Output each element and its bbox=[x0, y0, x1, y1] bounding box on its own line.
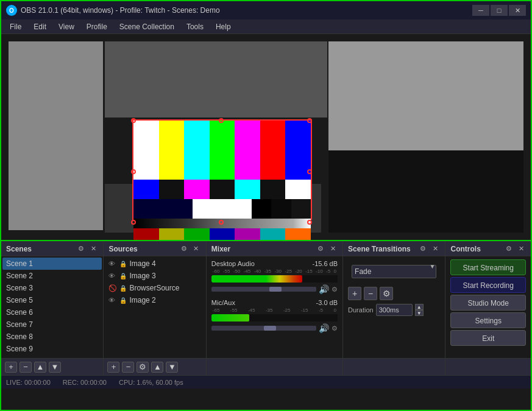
cs-red bbox=[133, 228, 159, 240]
source-lock-icon-2[interactable]: 🔒 bbox=[119, 285, 127, 292]
source-item-1[interactable]: 👁🔒Image 3 bbox=[105, 270, 204, 282]
transition-settings-button[interactable]: ⚙ bbox=[380, 287, 393, 300]
mixer-desktop-scale: -60-55-50-45-40-35-30-25-20-15-10-50 bbox=[211, 269, 338, 274]
mixer-config-icon[interactable]: ⚙ bbox=[316, 244, 325, 254]
cs-orange bbox=[285, 228, 311, 240]
duration-input[interactable] bbox=[376, 304, 413, 316]
scene-item-3[interactable]: Scene 5 bbox=[2, 294, 102, 306]
scenes-add-button[interactable]: + bbox=[5, 362, 17, 373]
sources-settings-button[interactable]: ⚙ bbox=[137, 362, 149, 373]
settings-button[interactable]: Settings bbox=[450, 312, 526, 328]
scenes-move-up-button[interactable]: ▲ bbox=[34, 362, 46, 373]
mixer-close-icon[interactable]: ✕ bbox=[328, 244, 338, 254]
preview-area bbox=[1, 34, 531, 241]
controls-config-icon[interactable]: ⚙ bbox=[504, 244, 514, 254]
mixer-desktop-bar bbox=[211, 275, 338, 283]
sources-panel-header: Sources ⚙ ✕ bbox=[104, 242, 205, 256]
handle-br[interactable] bbox=[307, 220, 312, 225]
sources-add-button[interactable]: + bbox=[107, 362, 119, 373]
scenes-config-icon[interactable]: ⚙ bbox=[76, 244, 86, 254]
scene-item-7[interactable]: Scene 9 bbox=[2, 343, 102, 355]
start-streaming-button[interactable]: Start Streaming bbox=[450, 259, 526, 275]
source-visibility-icon-0[interactable]: 👁 bbox=[108, 260, 117, 267]
menu-view[interactable]: View bbox=[52, 21, 80, 32]
mixer-mic-label: Mic/Aux -3.0 dB bbox=[211, 299, 338, 306]
sources-move-up-button[interactable]: ▲ bbox=[151, 362, 163, 373]
maximize-button[interactable]: □ bbox=[491, 5, 508, 16]
mixer-mic-settings[interactable]: ⚙ bbox=[332, 325, 338, 332]
color-bars[interactable] bbox=[132, 119, 312, 220]
studio-mode-button[interactable]: Studio Mode bbox=[450, 295, 526, 311]
source-visibility-icon-3[interactable]: 👁 bbox=[108, 297, 117, 304]
mixer-desktop-settings[interactable]: ⚙ bbox=[332, 286, 338, 293]
exit-button[interactable]: Exit bbox=[450, 330, 526, 346]
minimize-button[interactable]: ─ bbox=[472, 5, 489, 16]
window-title: OBS 21.0.1 (64bit, windows) - Profile: T… bbox=[21, 6, 472, 15]
transitions-config-icon[interactable]: ⚙ bbox=[418, 244, 428, 254]
mixer-mic-fader[interactable] bbox=[211, 326, 316, 331]
sources-remove-button[interactable]: − bbox=[122, 362, 134, 373]
sources-move-down-button[interactable]: ▼ bbox=[166, 362, 178, 373]
transition-add-button[interactable]: + bbox=[348, 287, 361, 300]
transition-remove-button[interactable]: − bbox=[364, 287, 377, 300]
mixer-mic-mute[interactable]: 🔊 bbox=[319, 323, 329, 333]
start-recording-button[interactable]: Start Recording bbox=[450, 277, 526, 293]
transitions-panel-icons: ⚙ ✕ bbox=[418, 244, 440, 254]
close-button[interactable]: ✕ bbox=[509, 5, 526, 16]
source-label-2: BrowserSource bbox=[129, 284, 179, 292]
mixer-mic-level bbox=[211, 314, 249, 321]
menu-scene-collection[interactable]: Scene Collection bbox=[113, 21, 180, 32]
source-visibility-icon-2[interactable]: 🚫 bbox=[108, 284, 117, 292]
handle-mr[interactable] bbox=[307, 169, 312, 174]
scene-item-4[interactable]: Scene 6 bbox=[2, 306, 102, 318]
scene-item-5[interactable]: Scene 7 bbox=[2, 318, 102, 331]
scene-item-2[interactable]: Scene 3 bbox=[2, 282, 102, 294]
sources-config-icon[interactable]: ⚙ bbox=[179, 244, 189, 254]
cb3-nearblack2 bbox=[291, 199, 311, 219]
source-item-0[interactable]: 👁🔒Image 4 bbox=[105, 258, 204, 270]
handle-bl[interactable] bbox=[131, 220, 136, 225]
handle-tl[interactable] bbox=[131, 118, 136, 123]
controls-close-icon[interactable]: ✕ bbox=[516, 244, 526, 254]
menu-tools[interactable]: Tools bbox=[180, 21, 210, 32]
mixer-mic-thumb[interactable] bbox=[264, 326, 276, 331]
transition-type-select[interactable]: Cut Fade Swipe Slide Stinger Fade to Col… bbox=[352, 265, 436, 278]
menu-profile[interactable]: Profile bbox=[80, 21, 113, 32]
scene-item-0[interactable]: Scene 1 bbox=[2, 258, 102, 270]
menu-edit[interactable]: Edit bbox=[27, 21, 52, 32]
cb2-dark3 bbox=[260, 180, 286, 199]
cb2-cyan bbox=[235, 180, 260, 199]
transitions-panel: Scene Transitions ⚙ ✕ Cut Fade Swipe Sli… bbox=[343, 242, 445, 375]
transitions-close-icon[interactable]: ✕ bbox=[430, 244, 440, 254]
source-visibility-icon-1[interactable]: 👁 bbox=[108, 272, 117, 279]
cb-magenta bbox=[235, 121, 260, 180]
menu-help[interactable]: Help bbox=[210, 21, 237, 32]
scenes-move-down-button[interactable]: ▼ bbox=[49, 362, 61, 373]
mixer-desktop-mute[interactable]: 🔊 bbox=[319, 284, 329, 294]
source-item-2[interactable]: 🚫🔒BrowserSource bbox=[105, 282, 204, 294]
scene-item-6[interactable]: Scene 8 bbox=[2, 331, 102, 343]
cs-purple bbox=[235, 228, 260, 240]
source-item-3[interactable]: 👁🔒Image 2 bbox=[105, 294, 204, 306]
duration-down-button[interactable]: ▼ bbox=[415, 310, 424, 316]
duration-up-button[interactable]: ▲ bbox=[415, 304, 424, 310]
mixer-desktop-fader[interactable] bbox=[211, 287, 316, 292]
handle-tr[interactable] bbox=[307, 118, 312, 123]
menu-file[interactable]: File bbox=[4, 21, 27, 32]
panels-container: Scenes ⚙ ✕ Scene 1Scene 2Scene 3Scene 5S… bbox=[1, 241, 531, 375]
source-lock-icon-0[interactable]: 🔒 bbox=[119, 261, 127, 267]
handle-bm[interactable] bbox=[219, 220, 224, 225]
scenes-remove-button[interactable]: − bbox=[20, 362, 32, 373]
handle-tm[interactable] bbox=[219, 118, 224, 123]
source-lock-icon-1[interactable]: 🔒 bbox=[119, 273, 127, 279]
handle-ml[interactable] bbox=[131, 169, 136, 174]
mixer-panel-icons: ⚙ ✕ bbox=[316, 244, 338, 254]
mixer-desktop-thumb[interactable] bbox=[269, 287, 282, 292]
cb-white bbox=[133, 121, 159, 180]
scenes-close-icon[interactable]: ✕ bbox=[88, 244, 98, 254]
mixer-track-desktop: Desktop Audio -15.6 dB -60-55-50-45-40-3… bbox=[208, 258, 341, 297]
sources-close-icon[interactable]: ✕ bbox=[191, 244, 201, 254]
source-label-3: Image 2 bbox=[129, 296, 155, 304]
source-lock-icon-3[interactable]: 🔒 bbox=[119, 297, 127, 304]
scene-item-1[interactable]: Scene 2 bbox=[2, 270, 102, 282]
